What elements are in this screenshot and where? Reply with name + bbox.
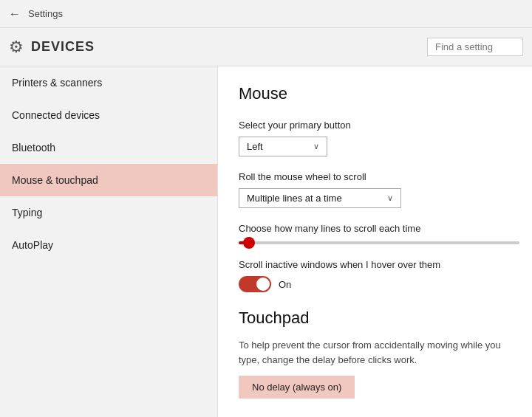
scroll-inactive-toggle[interactable]	[239, 276, 271, 292]
scroll-wheel-dropdown[interactable]: Multiple lines at a time ∨	[239, 188, 401, 208]
chevron-down-icon-2: ∨	[387, 193, 393, 203]
scroll-lines-setting: Choose how many lines to scroll each tim…	[239, 223, 511, 244]
touchpad-description: To help prevent the cursor from accident…	[239, 338, 511, 367]
main-layout: Printers & scanners Connected devices Bl…	[0, 66, 532, 417]
scroll-wheel-setting: Roll the mouse wheel to scroll Multiple …	[239, 171, 511, 208]
mouse-section-title: Mouse	[239, 84, 511, 103]
primary-button-label: Select your primary button	[239, 120, 511, 131]
toggle-knob	[256, 278, 270, 291]
slider-track	[239, 241, 519, 244]
primary-button-value: Left	[247, 141, 263, 152]
primary-button-setting: Select your primary button Left ∨	[239, 120, 511, 156]
primary-button-dropdown[interactable]: Left ∨	[239, 137, 327, 156]
scroll-lines-label: Choose how many lines to scroll each tim…	[239, 223, 511, 234]
content-panel: Mouse Select your primary button Left ∨ …	[218, 66, 532, 417]
scroll-inactive-row: On	[239, 276, 511, 292]
chevron-down-icon: ∨	[313, 142, 319, 151]
scroll-lines-slider[interactable]	[239, 241, 511, 244]
sidebar-item-typing[interactable]: Typing	[0, 196, 217, 229]
scroll-inactive-label: Scroll inactive windows when I hover ove…	[239, 259, 511, 270]
slider-thumb[interactable]	[243, 237, 255, 249]
back-button[interactable]: ←	[9, 7, 21, 21]
page-title: DEVICES	[31, 39, 95, 55]
header: ⚙ DEVICES	[0, 28, 532, 66]
scroll-wheel-label: Roll the mouse wheel to scroll	[239, 171, 511, 182]
sidebar: Printers & scanners Connected devices Bl…	[0, 66, 218, 417]
sidebar-item-bluetooth[interactable]: Bluetooth	[0, 131, 217, 164]
scroll-inactive-toggle-label: On	[279, 279, 291, 290]
touchpad-section-title: Touchpad	[239, 309, 511, 328]
no-delay-button[interactable]: No delay (always on)	[239, 376, 355, 399]
sidebar-item-connected[interactable]: Connected devices	[0, 99, 217, 131]
search-input[interactable]	[427, 38, 523, 56]
top-bar-title: Settings	[28, 8, 63, 19]
sidebar-item-printers[interactable]: Printers & scanners	[0, 66, 217, 99]
sidebar-item-mouse[interactable]: Mouse & touchpad	[0, 164, 217, 196]
scroll-wheel-value: Multiple lines at a time	[247, 193, 342, 204]
sidebar-item-autoplay[interactable]: AutoPlay	[0, 229, 217, 261]
gear-icon: ⚙	[9, 38, 24, 57]
top-bar: ← Settings	[0, 0, 532, 28]
